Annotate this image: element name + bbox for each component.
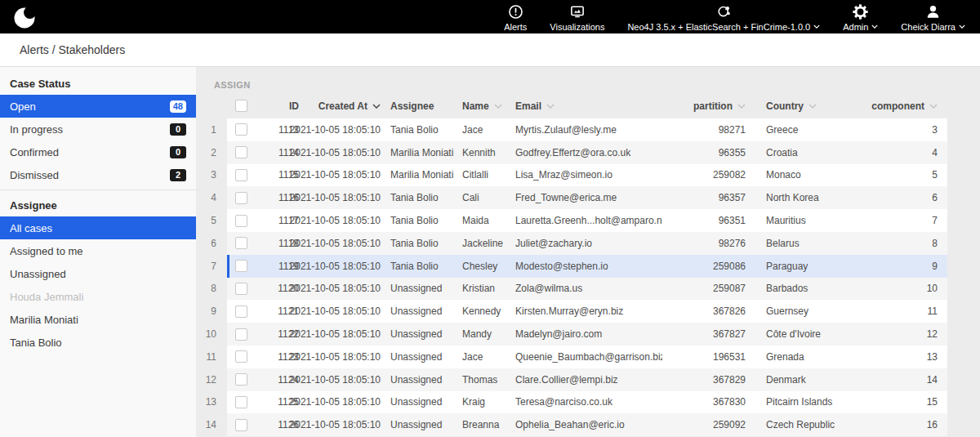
table-row[interactable]: 911212021-10-05 18:05:10UnassignedKenned… bbox=[196, 300, 980, 323]
cell-created_at: 2021-10-05 18:05:10 bbox=[301, 374, 390, 386]
cell-country: Barbados bbox=[747, 283, 862, 294]
column-header-label: partition bbox=[693, 100, 733, 112]
cell-created_at: 2021-10-05 18:05:10 bbox=[301, 124, 390, 136]
breadcrumb[interactable]: Alerts / Stakeholders bbox=[20, 43, 125, 56]
cell-partition: 259082 bbox=[662, 169, 747, 181]
sidebar-item-in-progress[interactable]: In progress0 bbox=[0, 118, 196, 140]
sidebar-item-label: Tania Bolio bbox=[10, 337, 62, 349]
main-panel: ASSIGN IDCreated AtAssigneeNameEmailpart… bbox=[196, 67, 980, 437]
row-number: 9 bbox=[196, 300, 227, 323]
sidebar-item-assigned-to-me[interactable]: Assigned to me bbox=[0, 239, 196, 262]
breadcrumb-bar: Alerts / Stakeholders bbox=[0, 33, 980, 67]
row-checkbox[interactable] bbox=[235, 373, 247, 386]
table-row[interactable]: 1211242021-10-05 18:05:10UnassignedThoma… bbox=[196, 368, 980, 391]
row-checkbox-cell bbox=[227, 123, 258, 136]
sidebar-item-dismissed[interactable]: Dismissed2 bbox=[0, 163, 196, 186]
nav-item-admin[interactable]: Admin bbox=[843, 2, 878, 32]
count-badge: 0 bbox=[170, 123, 186, 136]
row-checkbox[interactable] bbox=[235, 396, 247, 408]
cell-email: Queenie_Baumbach@garrison.biz bbox=[515, 351, 662, 363]
row-checkbox[interactable] bbox=[235, 328, 247, 341]
column-header-component[interactable]: component bbox=[862, 100, 947, 112]
cell-component: 16 bbox=[862, 419, 947, 430]
row-checkbox-cell bbox=[227, 169, 258, 181]
table-row[interactable]: 311152021-10-05 18:05:10Marilia MoniatiC… bbox=[196, 164, 980, 187]
sidebar-item-tania-bolio[interactable]: Tania Bolio bbox=[0, 331, 196, 354]
sort-chevron-icon bbox=[546, 104, 555, 109]
column-header-id: ID bbox=[258, 100, 301, 112]
cell-assignee: Unassigned bbox=[390, 283, 462, 294]
table-body: 111132021-10-05 18:05:10Tania BolioJaceM… bbox=[196, 118, 980, 436]
row-checkbox[interactable] bbox=[235, 350, 247, 363]
sidebar-item-unassigned[interactable]: Unassigned bbox=[0, 262, 196, 285]
table-row[interactable]: 411162021-10-05 18:05:10Tania BolioCaliF… bbox=[196, 186, 980, 209]
cell-assignee: Tania Bolio bbox=[390, 261, 462, 272]
table-row[interactable]: 1111232021-10-05 18:05:10UnassignedJaceQ… bbox=[196, 346, 980, 368]
cell-name: Jackeline bbox=[462, 238, 515, 249]
crescent-logo-icon bbox=[13, 4, 39, 30]
navbar-menu: Alerts Visualizations Neo4J 3.5.x + Elas… bbox=[504, 2, 965, 32]
row-checkbox[interactable] bbox=[235, 419, 247, 431]
table-row[interactable]: 111132021-10-05 18:05:10Tania BolioJaceM… bbox=[196, 118, 980, 141]
table-header-row: IDCreated AtAssigneeNameEmailpartitionCo… bbox=[196, 93, 980, 118]
table-row[interactable]: 611182021-10-05 18:05:10Tania BolioJacke… bbox=[196, 232, 980, 255]
cell-created_at: 2021-10-05 18:05:10 bbox=[301, 215, 390, 226]
column-header-created_at[interactable]: Created At bbox=[301, 100, 390, 112]
cell-created_at: 2021-10-05 18:05:10 bbox=[301, 283, 390, 294]
sort-chevron-icon bbox=[929, 104, 938, 109]
row-checkbox[interactable] bbox=[235, 260, 247, 272]
alert-circle-icon bbox=[508, 5, 523, 20]
sidebar-item-all-cases[interactable]: All cases bbox=[0, 216, 196, 239]
gear-icon bbox=[853, 5, 868, 20]
sort-chevron-icon bbox=[737, 104, 746, 109]
row-checkbox[interactable] bbox=[235, 305, 247, 318]
sidebar-item-label: Marilia Moniati bbox=[10, 314, 78, 326]
column-header-label: Created At bbox=[318, 100, 368, 112]
cell-assignee: Tania Bolio bbox=[390, 238, 462, 249]
sidebar-item-label: Houda Jemmali bbox=[10, 291, 83, 303]
select-all-checkbox[interactable] bbox=[235, 100, 247, 112]
row-checkbox[interactable] bbox=[235, 169, 247, 181]
column-header-email[interactable]: Email bbox=[515, 100, 662, 112]
nav-label: Alerts bbox=[504, 22, 527, 32]
column-header-label: Assignee bbox=[390, 100, 434, 112]
sidebar-item-marilia-moniati[interactable]: Marilia Moniati bbox=[0, 308, 196, 331]
row-number: 1 bbox=[196, 118, 227, 141]
cell-country: Monaco bbox=[747, 169, 862, 181]
sidebar-item-houda-jemmali[interactable]: Houda Jemmali bbox=[0, 285, 196, 308]
column-header-name[interactable]: Name bbox=[462, 100, 515, 112]
row-checkbox[interactable] bbox=[235, 146, 247, 158]
row-checkbox[interactable] bbox=[235, 192, 247, 204]
table-row[interactable]: 811202021-10-05 18:05:10UnassignedKristi… bbox=[196, 278, 980, 301]
table-row[interactable]: 1411262021-10-05 18:05:10UnassignedBrean… bbox=[196, 413, 980, 436]
table-row[interactable]: 511172021-10-05 18:05:10Tania BolioMaida… bbox=[196, 209, 980, 232]
row-checkbox[interactable] bbox=[235, 215, 247, 227]
nav-item-user-account[interactable]: Cheick Diarra bbox=[901, 2, 965, 32]
cell-partition: 367829 bbox=[662, 374, 747, 386]
table-row[interactable]: 711192021-10-05 18:05:10Tania BolioChesl… bbox=[196, 255, 980, 278]
column-header-country[interactable]: Country bbox=[747, 100, 862, 112]
sidebar-item-confirmed[interactable]: Confirmed0 bbox=[0, 140, 196, 163]
table-row[interactable]: 211142021-10-05 18:05:10Marilia MoniatiK… bbox=[196, 141, 980, 164]
cell-partition: 367826 bbox=[662, 305, 747, 317]
nav-item-datasource[interactable]: Neo4J 3.5.x + ElasticSearch + FinCrime-1… bbox=[627, 2, 820, 32]
cell-partition: 367830 bbox=[662, 396, 747, 408]
count-badge: 48 bbox=[170, 100, 186, 113]
chevron-down-icon bbox=[871, 25, 878, 29]
cell-created_at: 2021-10-05 18:05:10 bbox=[301, 238, 390, 249]
row-checkbox[interactable] bbox=[235, 123, 247, 136]
table-row[interactable]: 1011222021-10-05 18:05:10UnassignedMandy… bbox=[196, 323, 980, 346]
row-number: 10 bbox=[196, 323, 227, 346]
cell-name: Chesley bbox=[462, 261, 515, 272]
row-checkbox[interactable] bbox=[235, 283, 247, 295]
table-row[interactable]: 1311252021-10-05 18:05:10UnassignedKraig… bbox=[196, 391, 980, 414]
column-header-partition[interactable]: partition bbox=[662, 100, 747, 112]
nav-item-visualizations[interactable]: Visualizations bbox=[550, 2, 604, 32]
row-checkbox[interactable] bbox=[235, 237, 247, 249]
app-logo[interactable] bbox=[13, 4, 39, 30]
count-badge: 2 bbox=[170, 169, 186, 181]
sidebar-item-open[interactable]: Open48 bbox=[0, 95, 196, 118]
nav-item-alerts[interactable]: Alerts bbox=[504, 2, 527, 32]
table-row-cells: 11172021-10-05 18:05:10Tania BolioMaidaL… bbox=[227, 209, 947, 232]
cell-name: Thomas bbox=[462, 374, 515, 386]
